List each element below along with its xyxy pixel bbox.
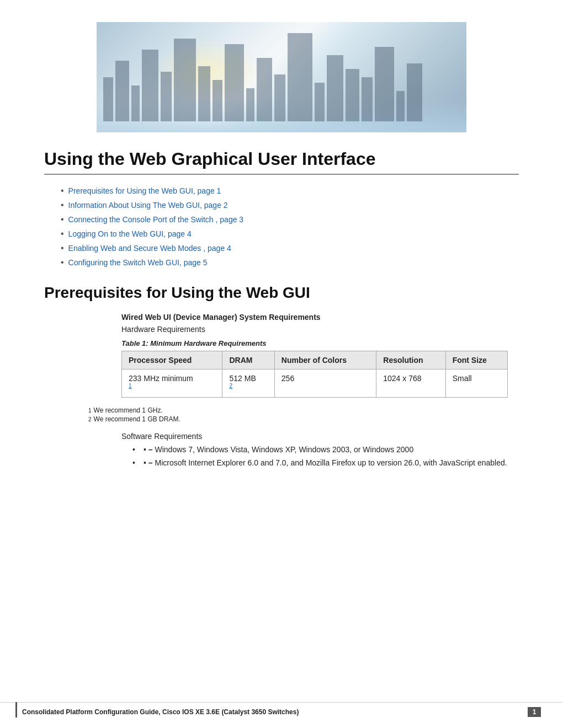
footer-page-number: 1 xyxy=(528,707,541,717)
footnote-num-1: 1 xyxy=(88,408,92,414)
software-requirements: Software Requirements • – Windows 7, Win… xyxy=(121,432,519,467)
toc-link-5[interactable]: Enabling Web and Secure Web Modes , page… xyxy=(68,244,231,253)
toc-item-6: • Configuring the Switch Web GUI, page 5 xyxy=(61,258,519,267)
toc-link-1[interactable]: Prerequisites for Using the Web GUI, pag… xyxy=(68,186,221,195)
hardware-table-wrapper: Processor Speed DRAM Number of Colors Re… xyxy=(121,351,519,398)
col-processor-speed: Processor Speed xyxy=(122,351,222,370)
toc-bullet-1: • xyxy=(61,186,64,196)
footer-citation: Consolidated Platform Configuration Guid… xyxy=(22,708,299,716)
col-colors: Number of Colors xyxy=(274,351,376,370)
toc-bullet-4: • xyxy=(61,229,64,239)
col-resolution: Resolution xyxy=(376,351,445,370)
footer-right: 1 xyxy=(528,707,541,717)
toc-item-5: • Enabling Web and Secure Web Modes , pa… xyxy=(61,243,519,253)
main-title: Using the Web Graphical User Interface xyxy=(44,149,519,175)
toc-bullet-3: • xyxy=(61,215,64,224)
footnote-2: 2 We recommend 1 GB DRAM. xyxy=(88,415,519,423)
toc-item-1: • Prerequisites for Using the Web GUI, p… xyxy=(61,186,519,196)
table-row: 233 MHz minimum 1 512 MB 2 256 1024 x 76… xyxy=(122,370,508,398)
software-dash-2: – xyxy=(148,458,153,467)
toc-bullet-5: • xyxy=(61,243,64,253)
toc-link-3[interactable]: Connecting the Console Port of the Switc… xyxy=(68,215,244,224)
footnotes: 1 We recommend 1 GHz. 2 We recommend 1 G… xyxy=(88,406,519,423)
toc-bullet-2: • xyxy=(61,200,64,210)
table-caption: Table 1: Minimum Hardware Requirements xyxy=(121,339,519,347)
toc-item-2: • Information About Using The Web GUI, p… xyxy=(61,200,519,210)
toc-bullet-6: • xyxy=(61,258,64,267)
software-item-2: • – Microsoft Internet Explorer 6.0 and … xyxy=(138,458,519,467)
toc-link-4[interactable]: Logging On to the Web GUI, page 4 xyxy=(68,229,192,238)
footnote-1: 1 We recommend 1 GHz. xyxy=(88,406,519,414)
toc-item-4: • Logging On to the Web GUI, page 4 xyxy=(61,229,519,239)
cell-dram: 512 MB 2 xyxy=(222,370,274,398)
table-header-row: Processor Speed DRAM Number of Colors Re… xyxy=(122,351,508,370)
cell-colors: 256 xyxy=(274,370,376,398)
software-item-1: • – Windows 7, Windows Vista, Windows XP… xyxy=(138,445,519,454)
hardware-requirements-label: Hardware Requirements xyxy=(121,325,519,334)
cell-resolution: 1024 x 768 xyxy=(376,370,445,398)
hero-image xyxy=(97,22,466,132)
cell-font-size: Small xyxy=(445,370,507,398)
software-dash-1: – xyxy=(148,445,153,454)
footnote-ref-2[interactable]: 2 xyxy=(229,383,232,389)
toc-link-2[interactable]: Information About Using The Web GUI, pag… xyxy=(68,201,228,210)
toc-link-6[interactable]: Configuring the Switch Web GUI, page 5 xyxy=(68,258,208,267)
main-content: Using the Web Graphical User Interface •… xyxy=(0,132,563,516)
col-font-size: Font Size xyxy=(445,351,507,370)
subsection-title: Wired Web UI (Device Manager) System Req… xyxy=(121,313,519,322)
footer: Consolidated Platform Configuration Guid… xyxy=(0,702,563,717)
col-dram: DRAM xyxy=(222,351,274,370)
footnote-num-2: 2 xyxy=(88,416,92,422)
left-bar-decoration xyxy=(15,702,17,718)
footnote-ref-1[interactable]: 1 xyxy=(129,383,132,389)
hardware-requirements-table: Processor Speed DRAM Number of Colors Re… xyxy=(121,351,508,398)
section-title: Prerequisites for Using the Web GUI xyxy=(44,284,519,302)
cell-processor: 233 MHz minimum 1 xyxy=(122,370,222,398)
toc-item-3: • Connecting the Console Port of the Swi… xyxy=(61,215,519,224)
table-of-contents: • Prerequisites for Using the Web GUI, p… xyxy=(61,186,519,267)
software-list: • – Windows 7, Windows Vista, Windows XP… xyxy=(138,445,519,467)
